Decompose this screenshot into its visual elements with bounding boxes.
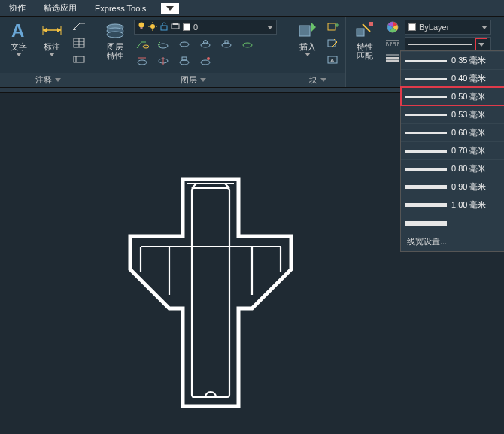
svg-point-33	[180, 42, 189, 47]
svg-text:A: A	[11, 20, 24, 40]
lineweight-option[interactable]: 0.35 毫米	[401, 51, 504, 69]
plot-icon	[171, 23, 180, 32]
color-swatch	[408, 23, 416, 31]
svg-rect-27	[161, 26, 167, 30]
edit-attr-icon[interactable]: A	[324, 53, 341, 66]
svg-point-22	[150, 24, 155, 29]
layer-properties-icon	[105, 20, 126, 41]
svg-rect-29	[173, 23, 178, 25]
svg-point-31	[143, 45, 149, 48]
lineweight-label: 1.00 毫米	[451, 199, 486, 211]
ribbon-minimize-icon[interactable]	[161, 3, 179, 14]
lineweight-option[interactable]: 1.00 毫米	[401, 196, 504, 214]
insert-label: 插入	[299, 42, 316, 51]
lineweight-label: 0.90 毫米	[451, 181, 486, 193]
sun-icon	[148, 22, 157, 32]
layer-tool4-icon[interactable]	[197, 54, 214, 68]
panel-title-block[interactable]: 块	[290, 73, 345, 87]
svg-marker-30	[267, 26, 273, 29]
lineweight-bar	[405, 221, 447, 226]
layer-on-icon[interactable]	[239, 38, 256, 51]
match-properties-button[interactable]: 特性 匹配	[351, 20, 379, 60]
lineweight-option[interactable]: 0.90 毫米	[401, 178, 504, 196]
tab-express-tools[interactable]: Express Tools	[86, 2, 155, 15]
leader-icon[interactable]	[71, 20, 87, 33]
insert-icon	[297, 20, 318, 41]
layer-freeze-icon[interactable]	[197, 38, 214, 51]
lineweight-option[interactable]	[401, 214, 504, 232]
lineweight-bar	[405, 168, 447, 171]
chevron-down-icon	[49, 53, 55, 56]
panel-properties: 特性 匹配 ByLayer	[346, 17, 504, 87]
tab-collab[interactable]: 协作	[0, 0, 35, 16]
lineweight-dropdown-arrow[interactable]	[475, 38, 487, 50]
layer-name: 0	[193, 23, 198, 32]
layer-selector[interactable]: 0	[134, 20, 277, 35]
dimension-label: 标注	[44, 42, 60, 51]
lineweight-label: 0.50 毫米	[451, 91, 486, 102]
svg-marker-16	[55, 78, 61, 82]
lineweight-icon[interactable]	[385, 51, 400, 65]
edit-block-icon[interactable]	[324, 36, 341, 50]
layer-tool1-icon[interactable]	[134, 54, 150, 68]
lineweight-preview	[408, 44, 472, 45]
lineweight-label: 0.53 毫米	[451, 109, 486, 120]
svg-marker-66	[481, 26, 487, 29]
layer-isolate-icon[interactable]	[176, 38, 193, 51]
lineweight-label: 0.40 毫米	[451, 73, 486, 84]
svg-rect-68	[192, 188, 229, 397]
svg-marker-2	[16, 53, 22, 56]
layer-off-icon[interactable]	[218, 38, 235, 51]
svg-marker-6	[43, 28, 47, 32]
lineweight-bar	[405, 185, 447, 189]
svg-text:A: A	[330, 57, 335, 64]
svg-marker-0	[166, 6, 174, 11]
annot-smallbuttons	[71, 20, 87, 66]
lineweight-label: 0.80 毫米	[451, 163, 486, 175]
drawing-content	[124, 175, 297, 415]
lineweight-settings-link[interactable]: 线宽设置...	[401, 232, 504, 251]
lineweight-option[interactable]: 0.53 毫米	[401, 105, 504, 123]
panel-title-annotation[interactable]: 注释	[0, 73, 96, 87]
color-selector[interactable]: ByLayer	[405, 20, 491, 35]
ribbon-tab-bar: 协作 精选应用 Express Tools	[0, 0, 504, 17]
lineweight-selector[interactable]	[405, 37, 491, 52]
insert-block-button[interactable]: 插入	[295, 20, 320, 56]
layer-previous-icon[interactable]	[155, 38, 172, 51]
text-button[interactable]: A 文字	[5, 20, 33, 56]
svg-rect-50	[328, 23, 335, 30]
lineweight-option[interactable]: 0.40 毫米	[401, 69, 504, 87]
svg-point-45	[201, 60, 210, 65]
layer-tool2-icon[interactable]	[155, 54, 172, 68]
layer-properties-label: 图层 特性	[107, 42, 123, 60]
svg-rect-57	[357, 29, 364, 36]
lineweight-label: 0.60 毫米	[451, 127, 486, 138]
tab-featured-apps[interactable]: 精选应用	[35, 0, 86, 16]
panel-title-layers[interactable]: 图层	[96, 73, 290, 87]
match-properties-label: 特性 匹配	[357, 42, 373, 60]
lineweight-option[interactable]: 0.60 毫米	[401, 123, 504, 141]
lineweight-option[interactable]: 0.80 毫米	[401, 159, 504, 178]
lineweight-option[interactable]: 0.70 毫米	[401, 141, 504, 159]
layer-tool3-icon[interactable]	[176, 54, 193, 68]
create-block-icon[interactable]	[324, 20, 341, 33]
svg-point-43	[180, 60, 189, 65]
svg-marker-49	[305, 53, 311, 56]
layer-match-icon[interactable]	[134, 38, 150, 51]
linetype-icon[interactable]	[385, 36, 400, 50]
table-icon[interactable]	[71, 36, 87, 50]
color-wheel-icon[interactable]	[385, 20, 400, 35]
field-icon[interactable]	[71, 53, 87, 66]
match-properties-icon	[354, 20, 375, 41]
lineweight-bar	[405, 150, 447, 153]
lineweight-dropdown-list: 0.35 毫米0.40 毫米0.50 毫米0.53 毫米0.60 毫米0.70 …	[400, 50, 504, 252]
text-icon: A	[8, 20, 29, 41]
lineweight-option[interactable]: 0.50 毫米	[401, 87, 504, 105]
chevron-down-icon	[267, 26, 273, 29]
dimension-button[interactable]: 标注	[38, 20, 66, 56]
text-label: 文字	[11, 42, 27, 51]
layer-properties-button[interactable]: 图层 特性	[101, 20, 129, 60]
dimension-icon	[41, 20, 62, 41]
svg-point-35	[204, 41, 208, 44]
svg-rect-44	[182, 57, 187, 60]
